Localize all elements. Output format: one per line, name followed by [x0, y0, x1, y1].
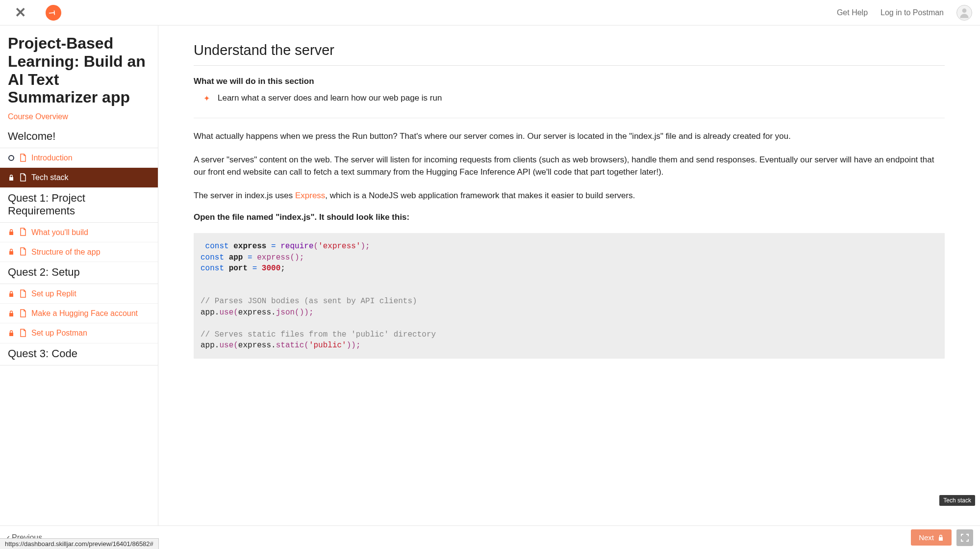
paragraph: The server in index.js uses Express, whi…	[194, 189, 945, 202]
course-title: Project-Based Learning: Build an AI Text…	[0, 26, 158, 108]
sidebar-item-huggingface[interactable]: Make a Hugging Face account	[0, 304, 158, 323]
paragraph: What actually happens when we press the …	[194, 130, 945, 143]
section-quest2: Quest 2: Setup	[0, 262, 158, 284]
section-quest1: Quest 1: Project Requirements	[0, 188, 158, 223]
instruction-text: Open the file named "index.js". It shoul…	[194, 212, 945, 222]
document-icon	[20, 289, 26, 298]
login-link[interactable]: Log in to Postman	[880, 8, 944, 17]
lock-icon	[8, 174, 15, 181]
sparkle-icon: ✦	[203, 93, 210, 104]
tooltip: Tech stack	[939, 495, 975, 506]
page-title: Understand the server	[194, 42, 945, 66]
sidebar-item-structure[interactable]: Structure of the app	[0, 242, 158, 262]
section-subtitle: What we will do in this section	[194, 77, 945, 86]
document-icon	[20, 173, 26, 182]
lock-icon	[8, 330, 15, 337]
sidebar-item-introduction[interactable]: Introduction	[0, 148, 158, 168]
document-icon	[20, 329, 26, 338]
section-quest3: Quest 3: Code	[0, 343, 158, 366]
document-icon	[20, 228, 26, 236]
lock-icon	[8, 248, 15, 255]
postman-logo-icon[interactable]	[42, 1, 64, 24]
sidebar-item-whatyoubuild[interactable]: What you'll build	[0, 223, 158, 242]
sidebar-item-postman[interactable]: Set up Postman	[0, 323, 158, 343]
sidebar-item-label: Structure of the app	[31, 247, 150, 257]
paragraph: A server "serves" content on the web. Th…	[194, 154, 945, 179]
document-icon	[20, 154, 26, 162]
progress-circle-icon	[8, 155, 15, 161]
text: , which is a NodeJS web application fram…	[325, 191, 635, 200]
close-icon[interactable]: ✕	[15, 6, 26, 20]
sidebar: Project-Based Learning: Build an AI Text…	[0, 26, 158, 525]
divider	[194, 118, 945, 118]
svg-point-0	[962, 8, 967, 13]
sidebar-item-label: What you'll build	[31, 228, 150, 237]
lock-icon	[8, 290, 15, 297]
bullet-text: Learn what a server does and learn how o…	[218, 93, 442, 103]
topbar-right: Get Help Log in to Postman	[837, 5, 972, 21]
course-overview-link[interactable]: Course Overview	[0, 108, 158, 126]
sidebar-item-label: Set up Replit	[31, 289, 150, 298]
text: The server in index.js uses	[194, 191, 295, 200]
document-icon	[20, 309, 26, 318]
section-welcome: Welcome!	[0, 126, 158, 148]
code-block: const express = require('express'); cons…	[194, 233, 945, 359]
sidebar-item-label: Set up Postman	[31, 328, 150, 338]
lock-icon	[8, 229, 15, 235]
bullet-item: ✦ Learn what a server does and learn how…	[194, 93, 945, 104]
get-help-link[interactable]: Get Help	[837, 8, 868, 17]
express-link[interactable]: Express	[295, 191, 325, 200]
main-content: Understand the server What we will do in…	[158, 26, 980, 525]
document-icon	[20, 247, 26, 256]
sidebar-item-label: Tech stack	[31, 173, 150, 182]
sidebar-item-techstack[interactable]: Tech stack	[0, 168, 158, 187]
sidebar-item-label: Make a Hugging Face account	[31, 309, 150, 318]
avatar-icon[interactable]	[956, 5, 972, 21]
topbar-left: ✕	[15, 5, 61, 21]
lock-icon	[8, 310, 15, 317]
topbar: ✕ Get Help Log in to Postman	[0, 0, 980, 26]
sidebar-item-label: Introduction	[31, 153, 150, 162]
sidebar-item-replit[interactable]: Set up Replit	[0, 284, 158, 304]
